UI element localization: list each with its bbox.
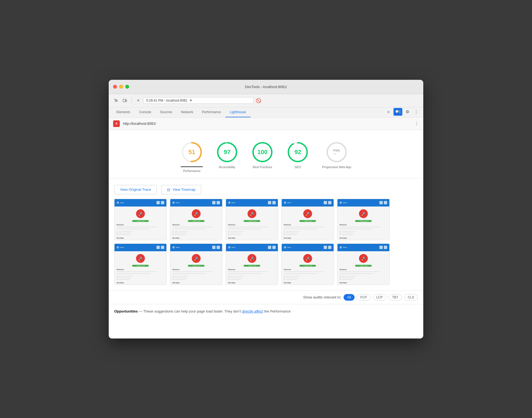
- tab-console[interactable]: Console: [135, 107, 156, 117]
- audit-filter-label: Show audits relevant to:: [303, 295, 342, 299]
- action-buttons: View Original Trace ⊟ View Treemap: [109, 178, 423, 199]
- screenshot-thumb-7: Status 🚀 ✓ jeffApp Loaded Resources: [170, 244, 222, 285]
- audit-filter: Show audits relevant to: All FCP LCP TBT…: [109, 290, 423, 304]
- tab-elements[interactable]: Elements: [112, 107, 135, 117]
- screenshots-grid: Status 🚀 ✓ jeffApp Loaded Resources: [109, 199, 423, 290]
- device-toggle-button[interactable]: [121, 97, 129, 104]
- svg-rect-1: [126, 100, 127, 102]
- devtools-tabs: Elements Console Sources Network Perform…: [109, 107, 423, 118]
- score-value-performance: 51: [188, 149, 195, 156]
- tab-lighthouse[interactable]: Lighthouse: [225, 107, 251, 117]
- minimize-button[interactable]: [119, 85, 123, 89]
- svg-rect-0: [123, 99, 125, 102]
- screenshot-thumb-3: Status 🚀 ✓ jeffApp Loaded Resources: [226, 199, 278, 240]
- traffic-lights: [113, 85, 129, 89]
- toolbar-separator: [131, 98, 132, 103]
- more-options-button[interactable]: ⋮: [412, 108, 420, 116]
- titlebar: DevTools - localhost:8081/: [109, 80, 423, 94]
- filter-lcp-button[interactable]: LCP: [373, 294, 386, 301]
- score-circle-accessibility: 97: [216, 141, 238, 163]
- view-trace-label: View Original Trace: [120, 187, 151, 192]
- score-label-best-practices: Best Practices: [253, 165, 272, 169]
- screenshot-thumb-6: Status 🚀 ✓ jeffApp Loaded Resources: [114, 244, 167, 285]
- score-circle-pwa: PWA —: [326, 141, 348, 163]
- dropdown-arrow[interactable]: ▼: [189, 99, 192, 102]
- screenshot-thumb-4: Status 🚀 ✓ jeffApp Loaded Resources: [281, 199, 334, 240]
- score-label-performance: Performance: [183, 169, 201, 173]
- page-url: http://localhost:8081/: [123, 121, 411, 126]
- score-label-pwa: Progressive Web App: [322, 165, 351, 169]
- directly-affect-link[interactable]: directly affect: [242, 309, 263, 313]
- view-treemap-label: View Treemap: [172, 187, 195, 192]
- devtools-toolbar: + 5:28:41 PM - localhost:8081 ▼ 🚫: [109, 94, 423, 107]
- notifications-button[interactable]: 💬 1: [393, 108, 402, 116]
- score-pwa: PWA — Progressive Web App: [322, 141, 351, 173]
- view-treemap-button[interactable]: ⊟ View Treemap: [161, 185, 201, 194]
- url-menu-button[interactable]: ⋮: [414, 121, 419, 126]
- screenshot-thumb-9: Status 🚀 ✓ jeffApp Loaded Resources: [281, 244, 334, 285]
- screenshot-thumb-1: Status 🚀 ✓ jeffApp Loaded Resources: [114, 199, 167, 240]
- window-title: DevTools - localhost:8081/: [245, 85, 287, 89]
- devtools-window: DevTools - localhost:8081/ + 5:28:41 PM …: [109, 80, 423, 338]
- score-label-accessibility: Accessibility: [219, 165, 235, 169]
- score-value-pwa: PWA —: [333, 149, 340, 155]
- opportunities-title: Opportunities: [114, 309, 138, 313]
- score-label-seo: SEO: [295, 165, 301, 169]
- address-bar[interactable]: 5:28:41 PM - localhost:8081 ▼: [143, 97, 254, 104]
- screenshot-thumb-8: Status 🚀 ✓ jeffApp Loaded Resources: [226, 244, 278, 285]
- notification-count: 1: [399, 110, 401, 113]
- more-tabs-button[interactable]: »: [385, 108, 392, 116]
- score-performance: 51 Performance: [181, 141, 203, 173]
- opportunities-description: — These suggestions can help your page l…: [139, 309, 241, 313]
- filter-cls-button[interactable]: CLS: [404, 294, 418, 301]
- filter-all-button[interactable]: All: [344, 294, 354, 301]
- devtools-urlbar: A http://localhost:8081/ ⋮: [109, 118, 423, 130]
- screenshot-thumb-5: Status 🚀 ✓ jeffApp Loaded Resources: [337, 199, 390, 240]
- view-original-trace-button[interactable]: View Original Trace: [114, 185, 157, 194]
- screenshot-thumb-10: Status 🚀 ✓ jeffApp Loaded Resources: [337, 244, 390, 285]
- score-value-accessibility: 97: [224, 149, 230, 156]
- score-value-best-practices: 100: [257, 149, 268, 156]
- opportunities-description-end: the Performance: [264, 309, 291, 313]
- score-seo: 92 SEO: [287, 141, 309, 173]
- score-circle-best-practices: 100: [251, 141, 273, 163]
- score-circle-performance: 51: [181, 141, 203, 163]
- scores-section: 51 Performance 97 Accessibility: [109, 130, 423, 178]
- treemap-icon: ⊟: [167, 187, 170, 192]
- score-best-practices: 100 Best Practices: [251, 141, 273, 173]
- main-content: A http://localhost:8081/ ⋮ 51: [109, 118, 423, 338]
- inspect-tool-button[interactable]: [112, 97, 120, 104]
- score-value-seo: 92: [294, 149, 301, 156]
- tab-sources[interactable]: Sources: [156, 107, 177, 117]
- score-circle-seo: 92: [287, 141, 309, 163]
- add-button[interactable]: +: [134, 97, 142, 104]
- timestamp-label: 5:28:41 PM - localhost:8081: [146, 99, 187, 102]
- tabs-right-controls: » 💬 1 ⚙ ⋮: [385, 108, 420, 117]
- filter-fcp-button[interactable]: FCP: [357, 294, 371, 301]
- screenshot-thumb-2: Status 🚀 ✓ jeffApp Loaded Resources: [170, 199, 222, 240]
- tab-performance[interactable]: Performance: [198, 107, 225, 117]
- opportunities-section: Opportunities — These suggestions can he…: [109, 304, 423, 319]
- close-button[interactable]: [113, 85, 117, 89]
- settings-button[interactable]: ⚙: [403, 108, 411, 116]
- block-requests-button[interactable]: 🚫: [255, 97, 262, 104]
- filter-tbt-button[interactable]: TBT: [389, 294, 402, 301]
- score-accessibility: 97 Accessibility: [216, 141, 238, 173]
- lighthouse-favicon: A: [113, 120, 120, 127]
- main-scroll-area[interactable]: 51 Performance 97 Accessibility: [109, 130, 423, 319]
- score-underline-performance: [181, 166, 203, 167]
- maximize-button[interactable]: [125, 85, 129, 89]
- tab-network[interactable]: Network: [177, 107, 198, 117]
